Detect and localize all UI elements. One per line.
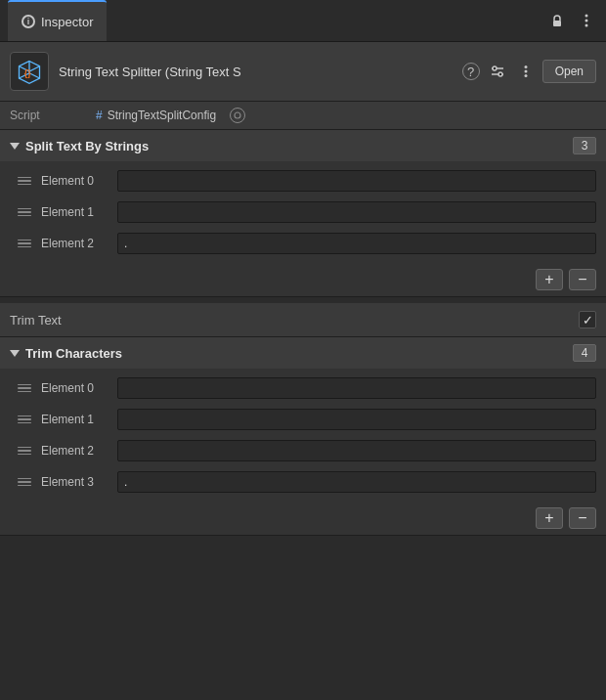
trim-element-3-input[interactable] (117, 471, 596, 493)
script-label: Script (10, 109, 88, 122)
script-value: # StringTextSplitConfig (96, 109, 216, 122)
split-text-elements: Element 0 Element 1 Element 2 (0, 161, 606, 263)
script-picker-button[interactable] (230, 108, 245, 123)
trim-characters-add-button[interactable]: + (536, 507, 563, 529)
tab-label: Inspector (41, 15, 93, 29)
element-label: Element 2 (41, 444, 109, 458)
component-header: {} String Text Splitter (String Text S ?… (0, 42, 606, 102)
collapse-triangle (10, 350, 20, 357)
trim-text-label: Trim Text (10, 313, 571, 328)
table-row: Element 2 (0, 228, 606, 259)
trim-text-checkbox[interactable]: ✓ (579, 311, 596, 328)
lock-button[interactable] (545, 11, 569, 30)
element-label: Element 1 (41, 205, 109, 219)
component-menu-button[interactable] (515, 63, 537, 80)
table-row: Element 2 (0, 435, 606, 466)
table-row: Element 0 (0, 372, 606, 404)
trim-element-1-input[interactable] (117, 409, 596, 430)
svg-point-8 (498, 72, 502, 76)
svg-point-7 (493, 66, 497, 70)
table-row: Element 1 (0, 404, 606, 435)
svg-point-10 (524, 70, 527, 73)
table-row: Element 1 (0, 197, 606, 228)
svg-point-9 (524, 66, 527, 68)
svg-point-2 (585, 20, 588, 22)
header-right-icons: ? Open (462, 60, 596, 83)
tab-bar-actions (545, 11, 598, 30)
trim-characters-elements: Element 0 Element 1 Element 2 Element 3 (0, 369, 606, 502)
trim-characters-remove-button[interactable]: − (569, 507, 596, 529)
element-0-input[interactable] (117, 170, 596, 192)
trim-characters-addrm: + − (0, 502, 606, 535)
trim-element-2-input[interactable] (117, 440, 596, 461)
tab-bar: i Inspector (0, 0, 606, 42)
checkmark-icon: ✓ (583, 314, 593, 327)
drag-handle[interactable] (16, 476, 33, 489)
drag-handle[interactable] (16, 175, 33, 188)
split-text-section: Split Text By Strings 3 Element 0 Elemen… (0, 130, 606, 297)
drag-handle[interactable] (16, 445, 33, 458)
script-row: Script # StringTextSplitConfig (0, 102, 606, 130)
svg-point-3 (585, 24, 588, 27)
inspector-tab[interactable]: i Inspector (8, 0, 107, 41)
svg-rect-0 (553, 21, 561, 26)
settings-button[interactable] (486, 63, 509, 80)
help-button[interactable]: ? (462, 63, 480, 80)
split-text-remove-button[interactable]: − (569, 269, 596, 290)
element-2-input[interactable] (117, 233, 596, 254)
hash-symbol: # (96, 109, 103, 122)
trim-element-0-input[interactable] (117, 377, 596, 399)
trim-characters-header[interactable]: Trim Characters 4 (0, 337, 606, 369)
trim-characters-count: 4 (573, 344, 596, 362)
info-icon: i (22, 15, 35, 28)
drag-handle[interactable] (16, 414, 33, 426)
open-button[interactable]: Open (542, 60, 596, 83)
split-text-addrm: + − (0, 263, 606, 296)
svg-point-12 (235, 112, 240, 118)
element-label: Element 2 (41, 237, 109, 250)
split-text-add-button[interactable]: + (536, 269, 563, 290)
split-text-count: 3 (573, 137, 596, 154)
drag-handle[interactable] (16, 382, 33, 395)
element-1-input[interactable] (117, 201, 596, 223)
drag-handle[interactable] (16, 206, 33, 219)
table-row: Element 0 (0, 165, 606, 197)
element-label: Element 0 (41, 381, 109, 395)
table-row: Element 3 (0, 466, 606, 498)
component-title: String Text Splitter (String Text S (59, 65, 453, 79)
component-icon: {} (10, 52, 49, 91)
split-text-title: Split Text By Strings (25, 139, 567, 153)
collapse-triangle (10, 143, 20, 150)
script-name: StringTextSplitConfig (108, 109, 216, 122)
element-label: Element 3 (41, 475, 109, 489)
svg-point-1 (585, 15, 588, 18)
trim-characters-section: Trim Characters 4 Element 0 Element 1 El… (0, 337, 606, 536)
more-menu-button[interactable] (575, 11, 598, 30)
svg-point-11 (524, 74, 527, 77)
element-label: Element 1 (41, 413, 109, 426)
trim-text-row: Trim Text ✓ (0, 303, 606, 337)
trim-characters-title: Trim Characters (25, 346, 567, 361)
svg-text:{}: {} (24, 68, 31, 78)
split-text-header[interactable]: Split Text By Strings 3 (0, 130, 606, 161)
element-label: Element 0 (41, 174, 109, 188)
drag-handle[interactable] (16, 238, 33, 250)
